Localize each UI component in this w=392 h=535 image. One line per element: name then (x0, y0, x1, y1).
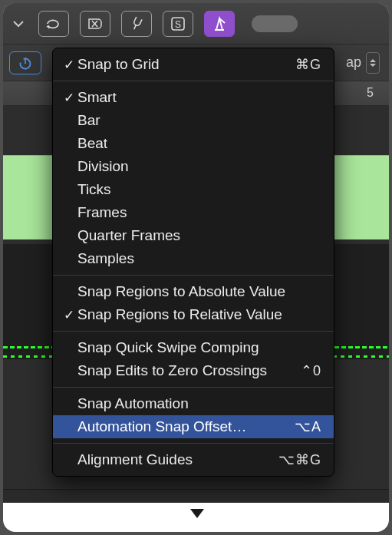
menu-item-shortcut: ⌥⌘G (278, 451, 321, 468)
menu-item[interactable]: Ticks (53, 178, 334, 201)
menu-item-label: Quarter Frames (77, 227, 321, 244)
menu-item[interactable]: Snap Automation (53, 392, 334, 415)
menu-separator (53, 275, 334, 276)
menu-item[interactable]: Alignment Guides⌥⌘G (53, 448, 334, 471)
menu-separator (53, 443, 334, 444)
menu-item-label: Bar (77, 112, 321, 129)
menu-item-label: Snap Quick Swipe Comping (77, 339, 321, 356)
menu-item[interactable]: Quarter Frames (53, 224, 334, 247)
page-frame: S ap 5 (3, 3, 389, 532)
menu-item[interactable]: ✓Snap to Grid⌘G (53, 53, 334, 76)
menu-separator (53, 331, 334, 332)
menu-item-label: Beat (77, 135, 321, 152)
menu-pointer-icon (190, 509, 204, 518)
menu-item[interactable]: Automation Snap Offset…⌥A (53, 415, 334, 438)
menu-item-shortcut: ⌥A (295, 418, 321, 435)
check-icon: ✓ (61, 307, 77, 323)
horizontal-scrollbar[interactable] (3, 489, 389, 503)
svg-text:S: S (175, 19, 181, 30)
menu-item[interactable]: ✓Snap Regions to Relative Value (53, 303, 334, 326)
menu-item-label: Ticks (77, 181, 321, 198)
menu-separator (53, 387, 334, 388)
menu-item[interactable]: Division (53, 155, 334, 178)
menu-item[interactable]: Snap Edits to Zero Crossings⌃0 (53, 359, 334, 382)
menu-item[interactable]: Snap Quick Swipe Comping (53, 336, 334, 359)
menu-item-label: Frames (77, 204, 321, 221)
stepper-icon[interactable] (366, 52, 380, 74)
menu-item-label: Smart (77, 89, 321, 106)
snap-mode-label: ap (346, 54, 361, 71)
menu-item[interactable]: Beat (53, 132, 334, 155)
check-icon: ✓ (61, 90, 77, 106)
menu-item[interactable]: Samples (53, 247, 334, 270)
app-window: S ap 5 (3, 3, 389, 503)
menu-item-label: Automation Snap Offset… (77, 418, 295, 435)
view-dropdown-caret[interactable] (9, 8, 28, 39)
metronome-icon[interactable] (204, 11, 235, 37)
menu-item[interactable]: ✓Smart (53, 86, 334, 109)
menu-item-label: Samples (77, 250, 321, 267)
menu-item[interactable]: Bar (53, 109, 334, 132)
cancel-icon[interactable] (80, 11, 110, 37)
solo-box-icon[interactable]: S (163, 11, 193, 37)
menu-item[interactable]: Snap Regions to Absolute Value (53, 280, 334, 303)
menu-item-label: Snap Edits to Zero Crossings (77, 362, 301, 379)
ruler-marker: 5 (367, 86, 374, 100)
menu-item-label: Division (77, 158, 321, 175)
menu-item-label: Snap Regions to Relative Value (77, 306, 321, 323)
power-button[interactable] (9, 51, 41, 74)
check-icon: ✓ (61, 57, 77, 73)
toolbar-pill[interactable] (252, 15, 298, 32)
menu-item-shortcut: ⌘G (295, 56, 321, 73)
tuning-fork-icon[interactable] (121, 11, 152, 37)
loop-icon[interactable] (38, 11, 69, 37)
snap-mode-indicator[interactable]: ap (346, 45, 380, 81)
menu-item-label: Alignment Guides (77, 451, 278, 468)
menu-item-label: Snap Automation (77, 395, 321, 412)
menu-separator (53, 81, 334, 81)
toolbar: S (3, 3, 389, 45)
snap-menu: ✓Snap to Grid⌘G✓SmartBarBeatDivisionTick… (52, 48, 334, 477)
menu-item-label: Snap to Grid (77, 56, 295, 73)
menu-item-label: Snap Regions to Absolute Value (77, 283, 321, 300)
menu-item[interactable]: Frames (53, 201, 334, 224)
menu-item-shortcut: ⌃0 (301, 362, 321, 379)
